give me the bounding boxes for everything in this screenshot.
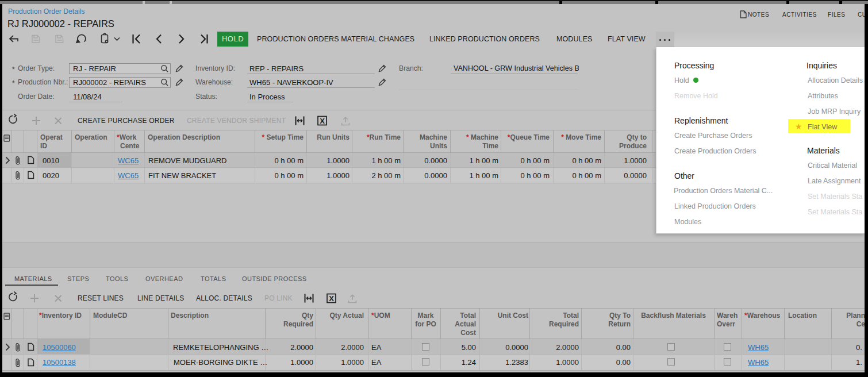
svg-text:X: X xyxy=(320,117,325,125)
svg-text:X: X xyxy=(329,294,334,303)
